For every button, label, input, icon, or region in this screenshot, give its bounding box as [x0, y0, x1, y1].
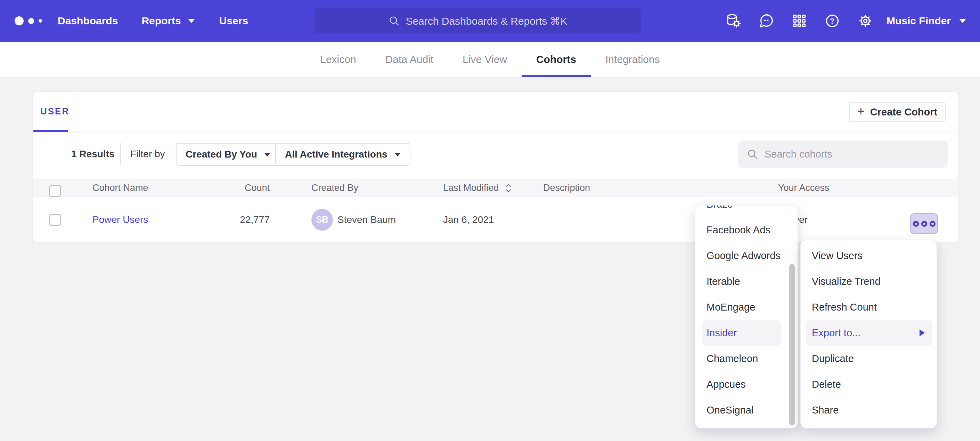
svg-text:?: ? — [830, 17, 834, 26]
submenu-item-facebook-ads[interactable]: Facebook Ads — [695, 217, 797, 243]
submenu-arrow-icon — [920, 329, 925, 336]
create-cohort-button[interactable]: + Create Cohort — [849, 102, 946, 122]
row-checkbox[interactable] — [49, 214, 61, 226]
column-header-created-by[interactable]: Created By — [311, 179, 358, 197]
cohort-search-box — [738, 141, 948, 168]
menu-item-export-to[interactable]: Export to... — [805, 320, 932, 346]
top-navigation: Dashboards Reports Users Search Dashboar… — [0, 0, 980, 42]
filter-by-label: Filter by — [130, 149, 165, 160]
column-header-your-access[interactable]: Your Access — [778, 179, 829, 197]
brand-logo-icon[interactable] — [14, 16, 52, 26]
submenu-item-insider[interactable]: Insider — [702, 320, 781, 346]
tab-live-view[interactable]: Live View — [448, 42, 522, 77]
settings-gear-icon[interactable] — [858, 13, 873, 29]
active-tab-underline — [522, 75, 591, 77]
menu-item-share[interactable]: Share — [801, 397, 937, 423]
column-header-cohort-name[interactable]: Cohort Name — [92, 179, 148, 197]
chevron-down-icon — [395, 153, 401, 157]
tab-cohorts[interactable]: Cohorts — [522, 42, 591, 77]
select-all-checkbox[interactable] — [49, 185, 61, 197]
menu-item-visualize-trend[interactable]: Visualize Trend — [801, 268, 937, 294]
nav-item-reports[interactable]: Reports — [142, 15, 195, 27]
table-row: Power Users 22,777 SB Steven Baum Jan 6,… — [33, 197, 958, 243]
filter-integrations-dropdown[interactable]: All Active Integrations — [275, 143, 410, 166]
submenu-item-iterable[interactable]: Iterable — [695, 268, 797, 294]
filter-created-by-dropdown[interactable]: Created By You — [176, 143, 280, 166]
column-header-description[interactable]: Description — [543, 179, 590, 197]
chevron-down-icon — [264, 153, 270, 157]
submenu-item-google-adwords[interactable]: Google Adwords — [695, 243, 797, 268]
more-dots-icon — [921, 221, 927, 227]
global-search-placeholder: Search Dashboards & Reports ⌘K — [406, 15, 567, 27]
cohorts-card: USER + Create Cohort 1 Results Filter by… — [33, 92, 958, 242]
plus-icon: + — [858, 105, 865, 118]
cohort-type-tab-user[interactable]: USER — [40, 106, 70, 117]
chevron-down-icon[interactable] — [959, 19, 966, 23]
last-modified-date: Jan 6, 2021 — [443, 197, 494, 243]
row-more-actions-button[interactable] — [910, 213, 938, 234]
submenu-item-onesignal[interactable]: OneSignal — [695, 397, 797, 423]
global-search-input[interactable]: Search Dashboards & Reports ⌘K — [315, 8, 641, 34]
tab-data-audit[interactable]: Data Audit — [371, 42, 448, 77]
data-settings-icon[interactable] — [725, 13, 741, 29]
chevron-down-icon — [188, 19, 195, 23]
export-submenu-list: Braze Facebook Ads Google Adwords Iterab… — [695, 205, 797, 423]
submenu-item-appcues[interactable]: Appcues — [695, 371, 797, 397]
menu-item-duplicate[interactable]: Duplicate — [801, 346, 937, 371]
nav-item-users[interactable]: Users — [219, 15, 248, 27]
submenu-scrollbar-thumb[interactable] — [789, 264, 795, 425]
submenu-item-moengage[interactable]: MoEngage — [695, 294, 797, 320]
cohort-name-link[interactable]: Power Users — [92, 214, 148, 225]
table-header: Cohort Name Count Created By Last Modifi… — [33, 179, 958, 197]
menu-item-view-users[interactable]: View Users — [801, 243, 937, 268]
more-dots-icon — [913, 221, 919, 227]
divider — [33, 132, 958, 133]
column-header-count[interactable]: Count — [190, 179, 270, 197]
column-header-last-modified[interactable]: Last Modified — [443, 179, 513, 197]
nav-item-dashboards[interactable]: Dashboards — [58, 15, 118, 27]
feedback-icon[interactable] — [758, 13, 774, 29]
row-context-menu: View Users Visualize Trend Refresh Count… — [800, 240, 937, 428]
search-icon — [388, 15, 400, 27]
submenu-item-chameleon[interactable]: Chameleon — [695, 346, 797, 371]
avatar: SB — [311, 209, 333, 230]
results-count: 1 Results — [71, 149, 115, 160]
sort-icon[interactable] — [504, 183, 513, 193]
nav-right-group: ? Music Finder — [708, 0, 966, 42]
created-by-name: Steven Baum — [337, 197, 396, 243]
more-dots-icon — [930, 221, 935, 227]
export-to-submenu: Braze Facebook Ads Google Adwords Iterab… — [695, 205, 798, 428]
cohort-count: 22,777 — [190, 197, 270, 243]
tab-integrations[interactable]: Integrations — [591, 42, 675, 77]
submenu-item-braze[interactable]: Braze — [695, 205, 797, 217]
project-switcher[interactable]: Music Finder — [886, 15, 951, 27]
tab-lexicon[interactable]: Lexicon — [305, 42, 371, 77]
secondary-tab-bar: Lexicon Data Audit Live View Cohorts Int… — [0, 42, 980, 77]
search-icon — [746, 148, 758, 160]
help-icon[interactable]: ? — [824, 13, 840, 29]
menu-item-delete[interactable]: Delete — [801, 371, 937, 397]
apps-grid-icon[interactable] — [791, 13, 807, 29]
divider — [120, 143, 121, 165]
menu-item-refresh-count[interactable]: Refresh Count — [801, 294, 937, 320]
cohort-search-input[interactable] — [765, 149, 931, 160]
